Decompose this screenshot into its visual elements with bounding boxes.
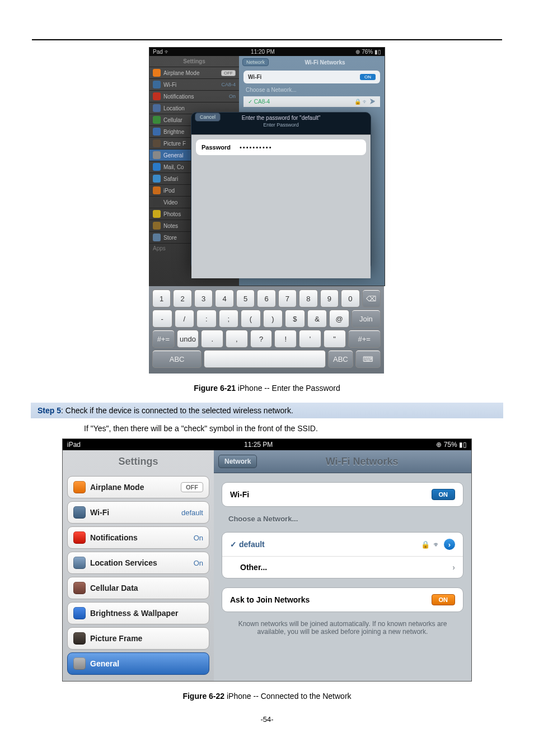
figure-6-21-caption: Figure 6-21 iPhone -- Enter the Password [0,384,534,393]
row-notifications[interactable]: NotificationsOn [149,90,239,102]
choose-network-label: Choose a Network... [228,515,471,523]
key-period[interactable]: . [201,330,223,348]
row-location[interactable]: Location ServicesOn [67,552,209,574]
cellular-icon [73,582,86,594]
wifi-icon [73,506,86,519]
ask-join-note: Known networks will be joined automatica… [214,617,471,643]
key-2[interactable]: 2 [173,290,191,307]
key-excl[interactable]: ! [274,330,297,348]
key-at[interactable]: @ [329,310,349,328]
wifi-icon [153,81,161,88]
settings-detail-2: Network Wi-Fi Networks Wi-FiON Choose a … [214,450,471,681]
key-backspace[interactable]: ⌫ [362,290,381,307]
back-button[interactable]: Network [218,455,257,468]
picture-icon [153,139,161,147]
key-7[interactable]: 7 [278,290,297,307]
ipad-screenshot-2: iPad 11:25 PM ⊕ 75% ▮▯ Settings Airplane… [62,438,472,682]
status-bar: Pad ᯤ 11:20 PM ⊕ 76% ▮▯ [149,48,385,56]
key-space[interactable] [204,350,326,368]
modal-title: Enter Password [191,122,371,131]
wifi-toggle-row[interactable]: Wi-FiON [243,71,380,83]
ask-join-switch[interactable]: ON [432,594,456,605]
notifications-icon [153,92,161,100]
wifi-signal-icon: 🔒 ᯤ ➤ [354,99,376,105]
row-notifications[interactable]: NotificationsOn [67,526,209,549]
general-icon [73,657,86,670]
key-comma[interactable]: , [226,330,248,348]
key-lparen[interactable]: ( [241,310,261,328]
step-5-subtext: If "Yes", then there will be a "check" s… [84,424,534,433]
key-join[interactable]: Join [352,310,381,328]
row-airplane[interactable]: Airplane ModeOFF [149,67,239,78]
key-abc-right[interactable]: ABC [328,350,353,368]
key-apos[interactable]: ' [299,330,321,348]
cellular-icon [153,116,161,124]
airplane-icon [153,69,161,77]
network-other[interactable]: Other...› [222,556,463,578]
key-colon[interactable]: : [196,310,217,328]
lock-icon: 🔒 [421,540,430,549]
key-4[interactable]: 4 [215,290,233,307]
row-picture[interactable]: Picture Frame [67,627,209,650]
password-label: Password [202,144,231,151]
figure-6-22-caption: Figure 6-22 iPhone -- Connected to the N… [0,692,534,701]
key-dash[interactable]: - [152,310,172,328]
password-input[interactable]: •••••••••• [240,144,273,151]
page-number: -54- [0,715,534,724]
key-8[interactable]: 8 [299,290,317,307]
key-9[interactable]: 9 [320,290,339,307]
ipod-icon [153,186,161,194]
row-airplane[interactable]: Airplane ModeOFF [67,476,209,498]
video-icon [153,198,161,206]
password-modal: Cancel Enter the password for "default" … [191,112,371,270]
row-wifi[interactable]: Wi-Fidefault [67,501,209,524]
picture-icon [73,632,86,645]
key-3[interactable]: 3 [194,290,213,307]
wifi-on-switch[interactable]: ON [360,74,376,80]
mail-icon [153,163,161,171]
key-semi[interactable]: ; [219,310,239,328]
row-general[interactable]: General [67,652,209,675]
back-button[interactable]: Network [242,58,269,66]
key-0[interactable]: 0 [341,290,359,307]
notifications-icon [73,531,86,544]
wifi-signal-icon: ᯤ [433,540,441,549]
network-default[interactable]: ✓ default🔒ᯤ› [222,533,463,556]
key-quote[interactable]: " [324,330,346,348]
airplane-off-switch[interactable]: OFF [181,482,203,492]
cancel-button[interactable]: Cancel [195,113,221,122]
key-hide-kb[interactable]: ⌨ [355,350,381,368]
key-rparen[interactable]: ) [263,310,283,328]
airplane-icon [73,481,86,493]
figure-6-22: iPad 11:25 PM ⊕ 75% ▮▯ Settings Airplane… [0,438,534,682]
key-5[interactable]: 5 [236,290,255,307]
row-brightness[interactable]: Brightness & Wallpaper [67,602,209,624]
key-amp[interactable]: & [307,310,327,328]
settings-title-2: Settings [63,450,214,473]
onscreen-keyboard[interactable]: 1 2 3 4 5 6 7 8 9 0 ⌫ - / : ; ( [149,286,384,374]
chevron-right-icon: › [452,563,455,572]
networks-card: ✓ default🔒ᯤ› Other...› [222,532,463,578]
brightness-icon [153,128,161,136]
password-row[interactable]: Password •••••••••• [196,139,366,155]
key-sym2[interactable]: #+= [348,330,381,348]
key-question[interactable]: ? [250,330,273,348]
key-dollar[interactable]: $ [285,310,305,328]
network-ca8-4[interactable]: ✓ CA8-4🔒 ᯤ ➤ [243,96,380,107]
key-sym[interactable]: #+= [152,330,175,348]
key-1[interactable]: 1 [152,290,171,307]
row-wifi[interactable]: Wi-FiCA8-4 [149,78,239,90]
safari-icon [153,175,161,183]
row-cellular[interactable]: Cellular Data [67,577,209,599]
airplane-off-switch[interactable]: OFF [221,70,236,76]
choose-network-label: Choose a Network... [246,87,378,93]
figure-6-21: Pad ᯤ 11:20 PM ⊕ 76% ▮▯ Settings Airplan… [0,47,534,374]
key-6[interactable]: 6 [257,290,275,307]
key-abc-left[interactable]: ABC [152,350,202,368]
disclosure-icon[interactable]: › [444,539,455,550]
wifi-toggle-row[interactable]: Wi-FiON [222,483,463,506]
wifi-on-switch[interactable]: ON [432,489,456,500]
ask-join-row[interactable]: Ask to Join NetworksON [222,588,463,612]
key-undo[interactable]: undo [177,330,199,348]
key-slash[interactable]: / [175,310,195,328]
